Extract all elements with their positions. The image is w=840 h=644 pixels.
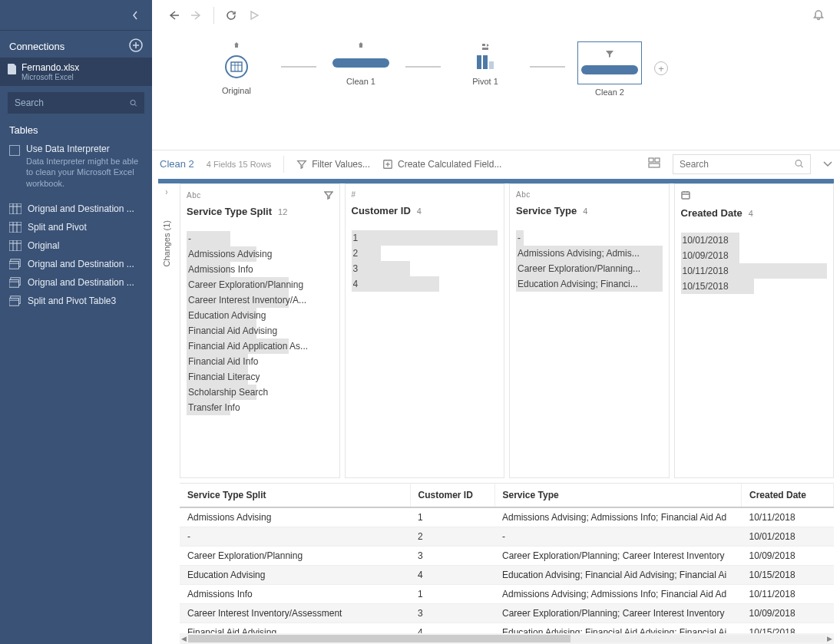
refresh-button[interactable] [220,5,242,26]
svg-line-4 [135,104,137,106]
table-item[interactable]: Orignal and Destination ... [0,200,152,218]
expand-changes-icon[interactable]: › [166,187,168,197]
table-item[interactable]: Orignal and Destination ... [0,255,152,273]
profile-value[interactable]: Financial Aid Advising [187,323,333,339]
table-row[interactable]: -2-10/01/2018 [180,527,834,547]
profile-value[interactable]: Financial Literacy [187,369,333,385]
collapse-profile-button[interactable] [823,159,832,170]
flow-node-original[interactable]: Original [206,41,267,95]
table-cell: Career Exploration/Planning; Career Inte… [494,547,742,566]
svg-rect-18 [9,261,18,269]
step-name: Clean 2 [160,158,194,170]
svg-rect-24 [9,298,18,305]
data-grid: Service Type SplitCustomer IDService Typ… [180,483,834,644]
use-data-interpreter-checkbox[interactable] [9,145,20,156]
connections-header: Connections [0,31,152,58]
profile-value[interactable]: Transfer Info [187,400,333,415]
profile-value[interactable]: Financial Aid Application As... [187,339,333,354]
profile-value[interactable]: 3 [352,261,498,276]
svg-rect-9 [9,222,21,233]
table-row[interactable]: Admissions Info1Admissions Advising; Adm… [180,585,834,604]
flow-node-clean-2[interactable]: Clean 2 [579,41,640,97]
profile-card[interactable]: AbcService Type Split12-Admissions Advis… [180,183,340,478]
changes-rail[interactable]: › Changes (1) [158,183,175,478]
toolbar [152,0,840,31]
column-header[interactable]: Customer ID [410,484,494,507]
profile-value[interactable]: 4 [352,276,498,292]
table-item[interactable]: Split and Pivot [0,218,152,236]
table-cell: Admissions Info [180,585,410,604]
profile-value[interactable]: - [516,230,663,246]
table-item[interactable]: Original [0,236,152,255]
profile-value[interactable]: 10/01/2018 [681,233,828,248]
profile-search-input[interactable] [673,154,811,174]
notifications-button[interactable] [808,5,829,26]
flow-node-clean-1[interactable]: Clean 1 [330,41,392,86]
add-step-button[interactable]: + [654,61,668,75]
run-button[interactable] [243,5,265,26]
tables-search-input[interactable] [8,92,144,114]
file-icon [8,64,17,74]
table-cell: 4 [410,623,494,634]
table-cell: 3 [410,604,494,623]
profile-value[interactable]: Career Exploration/Planning [187,277,333,292]
table-cell: 10/15/2018 [742,623,834,634]
main: OriginalClean 1Pivot 1Clean 2+ Clean 2 4… [152,0,840,644]
connection-item[interactable]: Fernando.xlsx Microsoft Excel [0,58,152,86]
profile-value[interactable]: Admissions Advising; Admis... [516,246,663,261]
column-header[interactable]: Service Type Split [180,484,410,507]
profile-value[interactable]: 1 [352,230,498,246]
table-cell: Admissions Advising [180,507,410,527]
sidebar: Connections Fernando.xlsx Microsoft Exce… [0,0,152,644]
filter-values-button[interactable]: Filter Values... [296,159,370,170]
table-cell: Admissions Advising; Admissions Info; Fi… [494,585,742,604]
profile-value[interactable]: Admissions Info [187,262,333,277]
add-connection-button[interactable] [129,38,143,54]
profile-card[interactable]: Created Date410/01/201810/09/201810/11/2… [674,183,835,478]
profile-card[interactable]: #Customer ID41234 [345,183,505,478]
table-row[interactable]: Career Interest Inventory/Assessment3Car… [180,604,834,623]
table-item[interactable]: Orignal and Destination ... [0,273,152,292]
profile-value[interactable]: Education Advising [187,308,333,323]
profile-value[interactable]: 10/11/2018 [681,263,828,279]
filter-icon [296,159,307,170]
forward-button[interactable] [186,5,207,26]
profile-value[interactable]: 10/15/2018 [681,279,828,294]
back-button[interactable] [163,5,184,26]
profile-value[interactable]: Scholarship Search [187,385,333,400]
profile-value[interactable]: Career Interest Inventory/A... [187,292,333,308]
table-row[interactable]: Financial Aid Advising4Education Advisin… [180,623,834,634]
sidebar-collapse-button[interactable] [0,0,152,31]
profile-value[interactable]: Career Exploration/Planning... [516,261,663,276]
view-toggle-button[interactable] [648,157,660,171]
flow-canvas[interactable]: OriginalClean 1Pivot 1Clean 2+ [152,31,840,150]
profile-value[interactable]: 10/09/2018 [681,248,828,263]
table-cell: 10/11/2018 [742,585,834,604]
table-row[interactable]: Career Exploration/Planning3Career Explo… [180,547,834,566]
search-icon [795,159,804,169]
profile-value[interactable]: - [187,231,333,246]
profile-card[interactable]: AbcService Type4-Admissions Advising; Ad… [509,183,670,478]
profile-value[interactable]: Admissions Advising [187,246,333,262]
table-row[interactable]: Admissions Advising1Admissions Advising;… [180,507,834,527]
svg-rect-21 [9,279,18,287]
use-data-interpreter[interactable]: Use Data Interpreter Data Interpreter mi… [0,137,152,197]
filter-icon [324,190,333,200]
table-cell: - [494,527,742,547]
table-cell: Financial Aid Advising [180,623,410,634]
flow-node-pivot-1[interactable]: Pivot 1 [455,41,516,86]
horizontal-scrollbar[interactable]: ◀▶ [180,633,834,644]
column-header[interactable]: Service Type [494,484,742,507]
profile-value[interactable]: Education Advising; Financi... [516,276,663,292]
svg-rect-26 [231,62,242,71]
table-row[interactable]: Education Advising4Education Advising; F… [180,566,834,585]
profile-value[interactable]: 2 [352,246,498,261]
table-item[interactable]: Split and Pivot Table3 [0,292,152,310]
table-cell: 10/11/2018 [742,507,834,527]
profile-cards: AbcService Type Split12-Admissions Advis… [180,183,834,478]
profile-value[interactable]: Financial Aid Info [187,354,333,369]
calc-icon [382,159,393,170]
column-header[interactable]: Created Date [742,484,834,507]
create-calculated-field-button[interactable]: Create Calculated Field... [382,159,501,170]
changes-label: Changes (1) [162,220,171,267]
